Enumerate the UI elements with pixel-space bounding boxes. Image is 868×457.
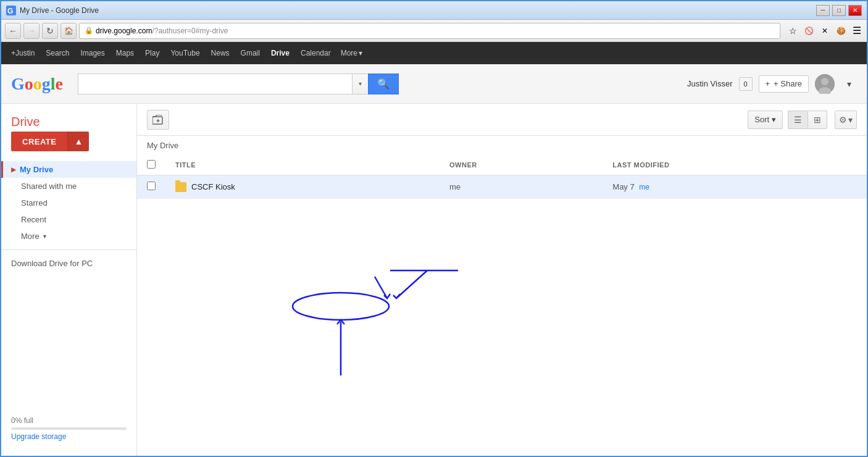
- more-chevron-icon: ▾: [43, 233, 46, 240]
- drive-title: Drive: [11, 115, 40, 129]
- sidebar-item-my-drive[interactable]: ▶ My Drive: [1, 161, 136, 178]
- share-button[interactable]: + + Share: [759, 75, 809, 93]
- annotation-svg: [279, 264, 495, 400]
- settings-chevron-icon: ▾: [848, 115, 853, 125]
- search-icon: 🔍: [377, 78, 390, 90]
- gbar-item-gmail[interactable]: Gmail: [236, 42, 265, 64]
- gbar-more-button[interactable]: More ▾: [337, 49, 366, 57]
- main-layout: Drive CREATE ▲ ▶ My Drive Shared with me…: [1, 104, 867, 456]
- share-plus-icon: +: [766, 79, 770, 88]
- file-table-body: CSCF Kiosk me May 7 me: [137, 175, 867, 199]
- sidebar-bottom: 0% full Upgrade storage: [1, 409, 136, 448]
- app-header: G o o g l e ▾ 🔍 Justin Visser 0 + + Shar…: [1, 64, 867, 104]
- select-all-checkbox[interactable]: [147, 160, 156, 169]
- search-dropdown-button[interactable]: ▾: [352, 73, 368, 94]
- maximize-button[interactable]: □: [832, 5, 846, 16]
- owner-column-header: OWNER: [440, 155, 603, 175]
- avatar[interactable]: [815, 74, 835, 94]
- file-name[interactable]: CSCF Kiosk: [191, 182, 235, 191]
- home-button[interactable]: 🏠: [61, 23, 77, 39]
- file-list: TITLE OWNER LAST MODIFIED: [137, 155, 867, 456]
- upgrade-storage-link[interactable]: Upgrade storage: [11, 432, 66, 441]
- file-owner-cell: me: [440, 175, 603, 199]
- extension-icon-1[interactable]: 🚫: [803, 25, 815, 37]
- file-table: TITLE OWNER LAST MODIFIED: [137, 155, 867, 199]
- gbar-item-images[interactable]: Images: [75, 42, 109, 64]
- table-row[interactable]: CSCF Kiosk me May 7 me: [137, 175, 867, 199]
- create-bar: CREATE ▲: [1, 132, 136, 161]
- svg-point-8: [293, 293, 389, 320]
- nav-bar: ← → ↻ 🏠 🔒 drive.google.com/?authuser=0#m…: [1, 20, 867, 42]
- file-date: May 7: [612, 182, 634, 191]
- sidebar-divider: [1, 249, 136, 250]
- sidebar-item-shared-with-me[interactable]: Shared with me: [1, 178, 136, 195]
- svg-text:G: G: [7, 7, 13, 15]
- ssl-lock-icon: 🔒: [85, 27, 93, 35]
- gbar-item-news[interactable]: News: [206, 42, 235, 64]
- nav-extra-icons: ☆ 🚫 ✕ 🍪 ☰: [787, 25, 863, 37]
- forward-button[interactable]: →: [23, 23, 40, 39]
- star-icon[interactable]: ☆: [787, 25, 799, 37]
- sidebar-download[interactable]: Download Drive for PC: [1, 255, 136, 272]
- menu-button[interactable]: ☰: [851, 25, 863, 37]
- search-container: ▾ 🔍: [78, 73, 399, 94]
- header-right: Justin Visser 0 + + Share ▾: [687, 74, 857, 94]
- upload-icon: ▲: [74, 136, 83, 146]
- minimize-button[interactable]: ─: [816, 5, 830, 16]
- user-dropdown-button[interactable]: ▾: [841, 76, 857, 92]
- sort-button[interactable]: Sort ▾: [748, 111, 783, 129]
- window-controls: ─ □ ✕: [816, 5, 862, 16]
- row-checkbox-cell: [137, 175, 165, 199]
- gbar-item-search[interactable]: Search: [41, 42, 74, 64]
- view-toggle: ☰ ⊞: [788, 111, 827, 129]
- favicon: G: [6, 6, 16, 15]
- sort-chevron-icon: ▾: [772, 115, 776, 124]
- select-all-cell: [137, 155, 165, 175]
- gbar-item-drive[interactable]: Drive: [266, 42, 294, 64]
- gbar-item-calendar[interactable]: Calendar: [296, 42, 336, 64]
- search-input[interactable]: [78, 73, 352, 94]
- sidebar-item-starred[interactable]: Starred: [1, 195, 136, 211]
- sidebar-item-more[interactable]: More ▾: [1, 228, 136, 245]
- notification-badge[interactable]: 0: [739, 77, 753, 91]
- gbar-more-chevron-icon: ▾: [359, 49, 362, 57]
- file-name-container: CSCF Kiosk: [175, 182, 430, 192]
- settings-button[interactable]: ⚙ ▾: [835, 111, 857, 129]
- row-checkbox[interactable]: [147, 182, 156, 190]
- list-view-icon: ☰: [794, 115, 802, 125]
- sidebar-item-recent[interactable]: Recent: [1, 211, 136, 228]
- file-owner: me: [449, 182, 461, 191]
- address-bar[interactable]: 🔒 drive.google.com/?authuser=0#my-drive: [79, 23, 780, 39]
- close-button[interactable]: ✕: [848, 5, 862, 16]
- search-button[interactable]: 🔍: [368, 73, 399, 94]
- back-button[interactable]: ←: [5, 23, 21, 39]
- grid-view-icon: ⊞: [814, 115, 821, 125]
- create-button[interactable]: CREATE: [11, 132, 67, 151]
- tab-title: My Drive - Google Drive: [20, 6, 816, 15]
- new-folder-button[interactable]: [147, 110, 169, 130]
- grid-view-button[interactable]: ⊞: [807, 111, 827, 129]
- breadcrumb: My Drive: [137, 136, 867, 155]
- user-name: Justin Visser: [687, 79, 732, 88]
- file-table-header: TITLE OWNER LAST MODIFIED: [137, 155, 867, 175]
- sort-label: Sort: [754, 115, 769, 124]
- folder-icon: [175, 182, 186, 192]
- gbar-item-play[interactable]: Play: [140, 42, 164, 64]
- content-area: Sort ▾ ☰ ⊞ ⚙ ▾: [137, 104, 867, 456]
- extension-icon-2[interactable]: ✕: [819, 25, 831, 37]
- google-logo: G o o g l e: [11, 74, 63, 94]
- list-view-button[interactable]: ☰: [788, 111, 807, 129]
- gbar-item-justin[interactable]: +Justin: [6, 42, 40, 64]
- extension-icon-3[interactable]: 🍪: [835, 25, 847, 37]
- gear-icon: ⚙: [839, 115, 847, 125]
- gbar-item-youtube[interactable]: YouTube: [165, 42, 204, 64]
- svg-line-9: [396, 270, 427, 298]
- content-toolbar: Sort ▾ ☰ ⊞ ⚙ ▾: [137, 104, 867, 136]
- gbar-item-maps[interactable]: Maps: [111, 42, 139, 64]
- refresh-button[interactable]: ↻: [42, 23, 58, 39]
- storage-bar: [11, 427, 127, 430]
- google-bar: +Justin Search Images Maps Play YouTube …: [1, 42, 867, 64]
- last-modified-column-header: LAST MODIFIED: [603, 155, 867, 175]
- svg-point-3: [821, 78, 828, 85]
- upload-button[interactable]: ▲: [67, 132, 89, 151]
